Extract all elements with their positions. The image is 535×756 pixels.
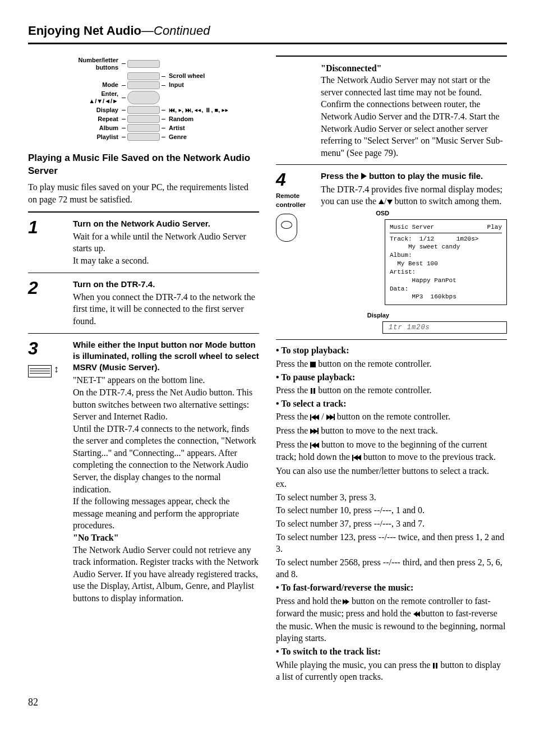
step-4-side-label: Remote controller [276, 192, 321, 209]
step-2: 2 Turn on the DTR-7.4. When you connect … [28, 273, 259, 334]
step-1-body-1: Wait for a while until the Network Audio… [73, 231, 259, 255]
step-3-head: While either the Input button nor Mode b… [73, 339, 259, 374]
step-1: 1 Turn on the Network Audio Server. Wait… [28, 213, 259, 273]
steps-table: 1 Turn on the Network Audio Server. Wait… [28, 211, 259, 610]
disconnected-body: The Network Audio Server may not start o… [321, 74, 507, 159]
updown-arrow-icon: ↕ [54, 364, 59, 374]
dia-display: Display [57, 107, 122, 114]
no-track-body: The Network Audio Server could not retri… [73, 544, 259, 605]
osd-title: Music Server [390, 223, 434, 232]
remote-diagram: Number/letter buttons Scroll wheel ModeI… [57, 57, 230, 141]
step-3-body-2: On the DTR-7.4, press the Net Audio butt… [73, 386, 259, 423]
page-number: 82 [28, 695, 507, 709]
dia-album: Album [57, 125, 122, 132]
dia-number-letter: Number/letter buttons [57, 57, 122, 71]
osd-artist: Happy PanPot [390, 276, 502, 285]
osd-play: Play [487, 223, 502, 232]
dia-artist: Artist [165, 125, 230, 132]
step-3-body-1: "NET-T" appears on the bottom line. [73, 374, 259, 386]
disconnected-section: "Disconnected" The Network Audio Server … [276, 57, 507, 165]
section1-title: Playing a Music File Saved on the Networ… [28, 152, 259, 178]
dia-mode: Mode [57, 81, 122, 89]
dia-enter: Enter, [101, 90, 118, 97]
select-track-b2: Press the button to move to the next tra… [276, 425, 507, 437]
step-4: 4 Remote controller Press the button to … [276, 165, 507, 340]
osd-album: My Best 100 [390, 260, 502, 268]
up-icon [379, 199, 384, 204]
two-column-layout: Number/letter buttons Scroll wheel ModeI… [28, 56, 507, 684]
osd-data: MP3 160kbps [390, 293, 502, 301]
ff-head: To fast-forward/reverse the music: [276, 582, 507, 594]
step-4-number: 4 [276, 170, 321, 188]
down-icon [387, 200, 393, 205]
pause-icon-2 [432, 663, 438, 669]
display-label: Display [356, 311, 395, 320]
step-4-head: Press the button to play the music file. [321, 170, 507, 182]
front-display: 1tr 1m20s [382, 321, 507, 334]
step-3: 3 ↕ While either the Input button nor Mo… [28, 334, 259, 610]
stop-icon [310, 362, 316, 367]
select-track-e4: To select number 123, press --/--- twice… [276, 531, 507, 555]
step-3-body-3: Until the DTR-7.4 connects to the networ… [73, 423, 259, 496]
step-2-body-1: When you connect the DTR-7.4 to the netw… [73, 291, 259, 328]
header-main: Enjoying Net Audio [28, 24, 141, 38]
dia-repeat: Repeat [57, 116, 122, 123]
osd-track: Track: 1/12 1m20s> [390, 235, 502, 243]
select-track-ex: ex. [276, 478, 507, 490]
stop-body: Press the button on the remote controlle… [276, 358, 507, 370]
dia-transport: ⏮, ▶, ⏭, ◀◀, ⏸, ■, ▶▶ [165, 107, 230, 114]
step-3-number: 3 ↕ [28, 339, 73, 605]
dia-genre: Genre [165, 133, 230, 141]
select-track-e5: To select number 2568, press --/--- thir… [276, 556, 507, 580]
pause-head: To pause playback: [276, 371, 507, 384]
band-icon [28, 365, 52, 377]
select-track-e1: To select number 3, press 3. [276, 491, 507, 504]
dia-playlist: Playlist [57, 133, 122, 141]
osd-data-l: Data: [390, 285, 502, 293]
select-track-b1: Press the / button on the remote control… [276, 411, 507, 423]
step-2-head: Turn on the DTR-7.4. [73, 279, 259, 290]
select-track-b4: You can also use the number/letter butto… [276, 465, 507, 477]
rewind-icon [413, 608, 419, 620]
disconnected-head: "Disconnected" [321, 62, 507, 75]
bullet-list: To stop playback: Press the button on th… [276, 344, 507, 683]
no-track-head: "No Track" [73, 532, 259, 544]
step-2-number: 2 [28, 279, 73, 328]
switch-list-body: While playing the music, you can press t… [276, 659, 507, 683]
page-header: Enjoying Net Audio—Continued [28, 22, 507, 44]
left-column: Number/letter buttons Scroll wheel ModeI… [28, 56, 259, 684]
osd-artist-l: Artist: [390, 268, 502, 276]
play-icon [361, 173, 367, 179]
dia-random: Random [165, 116, 230, 123]
remote-icon [276, 214, 297, 242]
select-track-head: To select a track: [276, 398, 507, 410]
pause-body: Press the button on the remote controlle… [276, 384, 507, 397]
step-1-number: 1 [28, 218, 73, 267]
step-1-body-2: It may take a second. [73, 255, 259, 267]
dia-input: Input [165, 81, 230, 89]
switch-list-head: To switch to the track list: [276, 646, 507, 658]
osd-song: My sweet candy [390, 243, 502, 251]
header-sub: —Continued [141, 24, 210, 38]
pause-icon [310, 388, 316, 394]
ff-body: Press and hold the button on the remote … [276, 595, 507, 644]
select-track-e2: To select number 10, press --/---, 1 and… [276, 504, 507, 517]
dia-scroll-wheel: Scroll wheel [165, 72, 230, 80]
stop-head: To stop playback: [276, 344, 507, 357]
step-1-head: Turn on the Network Audio Server. [73, 218, 259, 229]
select-track-b3: Press the button to move to the beginnin… [276, 439, 507, 464]
fast-forward-icon [344, 596, 349, 608]
select-track-e3: To select number 37, press --/---, 3 and… [276, 518, 507, 530]
step-4-body-1: The DTR-7.4 provides five normal display… [321, 183, 507, 208]
right-column: "Disconnected" The Network Audio Server … [276, 56, 507, 684]
section1-intro: To play music files saved on your PC, th… [28, 181, 259, 205]
dia-arrows: ▲/▼/◄/► [89, 98, 118, 104]
osd-label: OSD [356, 209, 395, 218]
osd-album-l: Album: [390, 251, 502, 260]
osd-display: Music ServerPlay Track: 1/12 1m20s> My s… [385, 219, 507, 306]
step-3-body-4: If the following messages appear, check … [73, 495, 259, 532]
